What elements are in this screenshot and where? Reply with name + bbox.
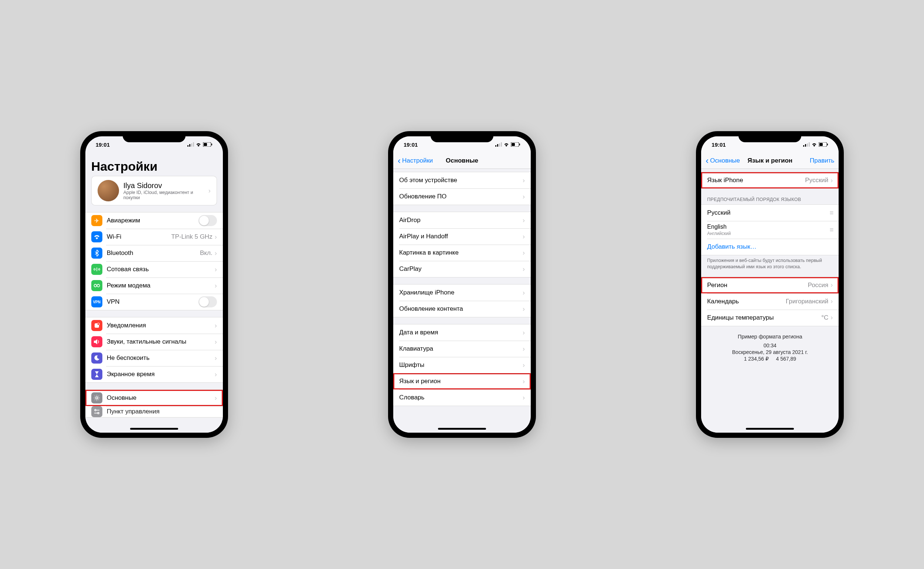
chevron-right-icon: ›: [523, 216, 525, 224]
connectivity-group: ✈︎ Авиарежим Wi-Fi TP-Link 5 GHz ›: [85, 212, 223, 310]
row-screentime[interactable]: Экранное время ›: [85, 366, 223, 382]
row-pip[interactable]: Картинка в картинке›: [393, 245, 531, 261]
chevron-right-icon: ›: [215, 282, 217, 290]
row-lang-russian[interactable]: Русский ≡: [701, 205, 839, 221]
group-input: Дата и время› Клавиатура› Шрифты› Язык и…: [393, 324, 531, 406]
label-language-region: Язык и регион: [399, 377, 523, 385]
general-content[interactable]: Об этом устройстве› Обновление ПО› AirDr…: [393, 169, 531, 433]
screen: 19:01 ‹ Основные Язык и регион Править Я…: [701, 136, 839, 433]
chevron-right-icon: ›: [215, 266, 217, 274]
home-indicator[interactable]: [746, 428, 794, 430]
phone-general: 19:01 ‹ Настройки Основные Об этом устро…: [388, 131, 536, 438]
label-bluetooth: Bluetooth: [107, 250, 200, 257]
row-language-region[interactable]: Язык и регион›: [393, 373, 531, 389]
example-date: Воскресенье, 29 августа 2021 г.: [708, 349, 831, 355]
svg-rect-24: [805, 144, 806, 147]
phone-settings-root: 19:01 Настройки Ilya Sidorov Apple ID, i…: [80, 131, 228, 438]
switch-airplane[interactable]: [198, 215, 217, 226]
label-dictionary: Словарь: [399, 394, 523, 401]
label-pip: Картинка в картинке: [399, 249, 523, 256]
row-lang-english[interactable]: English Английский ≡: [701, 221, 839, 239]
row-general[interactable]: Основные ›: [85, 390, 223, 406]
chevron-left-icon: ‹: [398, 156, 400, 165]
row-about[interactable]: Об этом устройстве›: [393, 172, 531, 189]
chevron-right-icon: ›: [523, 193, 525, 201]
row-vpn[interactable]: VPN VPN: [85, 294, 223, 310]
row-bluetooth[interactable]: Bluetooth Вкл. ›: [85, 245, 223, 261]
nav-back[interactable]: ‹ Настройки: [398, 156, 433, 165]
value-bluetooth: Вкл.: [200, 250, 213, 257]
group-air: AirDrop› AirPlay и Handoff› Картинка в к…: [393, 212, 531, 277]
langregion-content[interactable]: Язык iPhone Русский › Предпочитаемый пор…: [701, 169, 839, 433]
home-indicator[interactable]: [438, 428, 486, 430]
row-wifi[interactable]: Wi-Fi TP-Link 5 GHz ›: [85, 229, 223, 245]
row-fonts[interactable]: Шрифты›: [393, 357, 531, 373]
row-notifications[interactable]: Уведомления ›: [85, 317, 223, 334]
label-calendar: Календарь: [707, 298, 786, 305]
label-airplane: Авиарежим: [107, 217, 198, 224]
notch: [431, 131, 493, 142]
svg-rect-5: [204, 143, 207, 146]
row-control-center[interactable]: Пункт управления: [85, 406, 223, 417]
value-wifi: TP-Link 5 GHz: [171, 233, 212, 240]
profile-name: Ilya Sidorov: [123, 181, 209, 190]
chevron-right-icon: ›: [215, 394, 217, 402]
chevron-right-icon: ›: [215, 354, 217, 362]
svg-rect-1: [189, 144, 190, 147]
home-indicator[interactable]: [130, 428, 178, 430]
edit-button-label: Править: [810, 157, 834, 164]
row-calendar[interactable]: Календарь Григорианский ›: [701, 294, 839, 310]
label-notifications: Уведомления: [107, 322, 215, 329]
row-carplay[interactable]: CarPlay›: [393, 261, 531, 277]
svg-rect-29: [827, 144, 828, 146]
nav-edit[interactable]: Править: [810, 157, 834, 164]
row-temperature[interactable]: Единицы температуры °C ›: [701, 310, 839, 326]
row-dnd[interactable]: Не беспокоить ›: [85, 350, 223, 366]
row-sounds[interactable]: Звуки, тактильные сигналы ›: [85, 334, 223, 350]
row-hotspot[interactable]: Режим модема ›: [85, 277, 223, 294]
example-time: 00:34: [708, 342, 831, 348]
grip-icon[interactable]: ≡: [830, 209, 833, 217]
status-time: 19:01: [96, 141, 110, 148]
profile-row[interactable]: Ilya Sidorov Apple ID, iCloud, медиаконт…: [92, 176, 216, 205]
label-dnd: Не беспокоить: [107, 354, 215, 362]
row-airplane[interactable]: ✈︎ Авиарежим: [85, 213, 223, 229]
row-bgrefresh[interactable]: Обновление контента›: [393, 301, 531, 317]
nav-back-label: Основные: [710, 157, 740, 164]
row-keyboard[interactable]: Клавиатура›: [393, 341, 531, 357]
row-region[interactable]: Регион Россия ›: [701, 277, 839, 294]
chevron-right-icon: ›: [523, 176, 525, 184]
label-general: Основные: [107, 394, 215, 402]
group-preferred-langs: Русский ≡ English Английский ≡ Добавить …: [701, 204, 839, 255]
chevron-right-icon: ›: [209, 187, 211, 195]
svg-point-7: [94, 284, 96, 287]
row-iphone-language[interactable]: Язык iPhone Русский ›: [701, 172, 839, 189]
svg-rect-26: [809, 142, 810, 147]
row-datetime[interactable]: Дата и время›: [393, 324, 531, 341]
chevron-right-icon: ›: [215, 338, 217, 346]
nav-back[interactable]: ‹ Основные: [706, 156, 740, 165]
battery-icon: [511, 142, 521, 147]
example-numbers: 1 234,56 ₽ 4 567,89: [708, 356, 831, 362]
row-add-language[interactable]: Добавить язык…: [701, 239, 839, 255]
settings-content[interactable]: Настройки Ilya Sidorov Apple ID, iCloud,…: [85, 152, 223, 433]
row-update[interactable]: Обновление ПО›: [393, 189, 531, 205]
battery-icon: [819, 142, 828, 147]
label-cellular: Сотовая связь: [107, 266, 215, 273]
chevron-right-icon: ›: [523, 233, 525, 240]
sounds-icon: [91, 336, 102, 347]
row-cellular[interactable]: Сотовая связь ›: [85, 261, 223, 277]
chevron-right-icon: ›: [523, 249, 525, 257]
row-dictionary[interactable]: Словарь›: [393, 389, 531, 406]
svg-point-14: [97, 412, 99, 414]
row-airplay[interactable]: AirPlay и Handoff›: [393, 228, 531, 245]
row-storage[interactable]: Хранилище iPhone›: [393, 284, 531, 301]
label-sounds: Звуки, тактильные сигналы: [107, 338, 215, 345]
svg-rect-18: [499, 143, 500, 147]
row-airdrop[interactable]: AirDrop›: [393, 212, 531, 228]
switch-vpn[interactable]: [198, 296, 217, 307]
value-calendar: Григорианский: [786, 298, 828, 305]
status-time: 19:01: [711, 141, 726, 148]
grip-icon[interactable]: ≡: [830, 226, 833, 234]
phone-language-region: 19:01 ‹ Основные Язык и регион Править Я…: [696, 131, 844, 438]
